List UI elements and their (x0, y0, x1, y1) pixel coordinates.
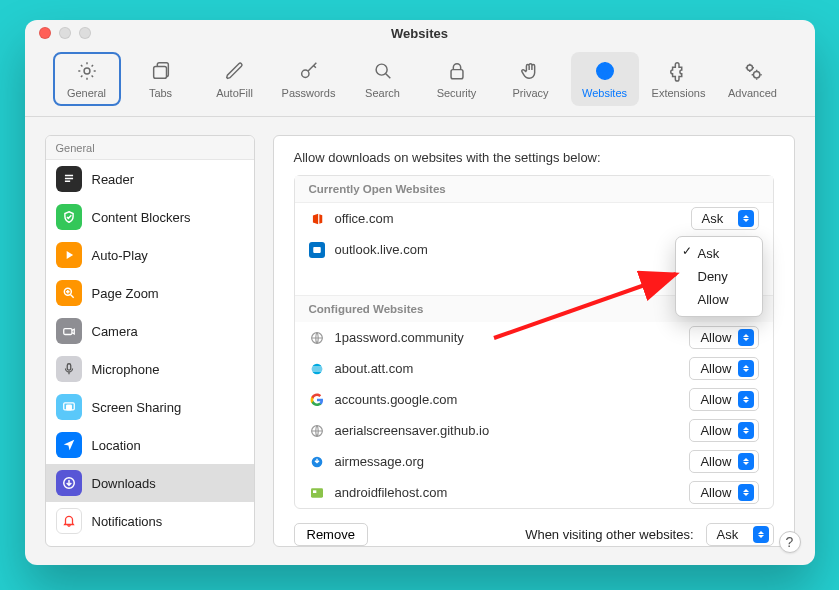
setting-select[interactable]: Allow (689, 357, 758, 380)
sidebar-item-label: Microphone (92, 362, 160, 377)
toolbar-passwords[interactable]: Passwords (275, 52, 343, 106)
setting-select[interactable]: Allow (689, 481, 758, 504)
website-row[interactable]: accounts.google.com Allow (295, 384, 773, 415)
website-domain: accounts.google.com (335, 392, 458, 407)
dropdown-option-allow[interactable]: Allow (676, 288, 762, 311)
toolbar-label: Search (365, 87, 400, 99)
chevrons-icon (738, 453, 754, 470)
sidebar-item-camera[interactable]: Camera (46, 312, 254, 350)
setting-select[interactable]: Allow (689, 326, 758, 349)
svg-rect-20 (313, 490, 316, 493)
preferences-window: Websites General Tabs AutoFill (25, 20, 815, 565)
website-row[interactable]: 1password.community Allow (295, 322, 773, 353)
svg-rect-12 (66, 405, 71, 410)
remove-button[interactable]: Remove (294, 523, 368, 546)
globe-icon (593, 59, 617, 83)
sidebar-item-notifications[interactable]: Notifications (46, 502, 254, 540)
toolbar-autofill[interactable]: AutoFill (201, 52, 269, 106)
toolbar-advanced[interactable]: Advanced (719, 52, 787, 106)
footer-label: When visiting other websites: (525, 527, 693, 542)
setting-value: Allow (700, 361, 731, 376)
afh-favicon-icon (309, 485, 325, 501)
toolbar-security[interactable]: Security (423, 52, 491, 106)
website-domain: androidfilehost.com (335, 485, 448, 500)
titlebar: Websites (25, 20, 815, 46)
toolbar-label: Extensions (652, 87, 706, 99)
chevrons-icon (738, 422, 754, 439)
chevrons-icon (738, 210, 754, 227)
window-title: Websites (25, 26, 815, 41)
setting-value: Allow (700, 330, 731, 345)
screen-sharing-icon (56, 394, 82, 420)
toolbar-label: Advanced (728, 87, 777, 99)
sidebar-item-microphone[interactable]: Microphone (46, 350, 254, 388)
setting-value: Allow (700, 454, 731, 469)
toolbar-websites[interactable]: Websites (571, 52, 639, 106)
sidebar-item-page-zoom[interactable]: Page Zoom (46, 274, 254, 312)
toolbar-label: AutoFill (216, 87, 253, 99)
airmessage-favicon-icon (309, 454, 325, 470)
footer-controls: Remove When visiting other websites: Ask (294, 523, 774, 546)
sidebar-item-label: Screen Sharing (92, 400, 182, 415)
toolbar-label: General (67, 87, 106, 99)
sidebar-item-screen-sharing[interactable]: Screen Sharing (46, 388, 254, 426)
search-icon (371, 59, 395, 83)
generic-favicon-icon (309, 330, 325, 346)
website-row[interactable]: office.com Ask (295, 203, 773, 234)
setting-select[interactable]: Ask (691, 207, 759, 230)
setting-value: Allow (700, 423, 731, 438)
sidebar-item-label: Auto-Play (92, 248, 148, 263)
setting-select[interactable]: Allow (689, 450, 758, 473)
svg-rect-9 (63, 329, 71, 335)
sidebar-item-label: Camera (92, 324, 138, 339)
pencil-icon (223, 59, 247, 83)
generic-favicon-icon (309, 423, 325, 439)
toolbar-general[interactable]: General (53, 52, 121, 106)
reader-icon (56, 166, 82, 192)
website-row[interactable]: airmessage.org Allow (295, 446, 773, 477)
main-heading: Allow downloads on websites with the set… (294, 150, 774, 165)
puzzle-icon (667, 59, 691, 83)
help-label: ? (786, 534, 794, 550)
toolbar-privacy[interactable]: Privacy (497, 52, 565, 106)
website-domain: about.att.com (335, 361, 414, 376)
toolbar-tabs[interactable]: Tabs (127, 52, 195, 106)
svg-rect-10 (67, 364, 71, 370)
dropdown-option-ask[interactable]: Ask (676, 242, 762, 265)
dropdown-option-deny[interactable]: Deny (676, 265, 762, 288)
bell-icon (56, 508, 82, 534)
sidebar-item-downloads[interactable]: Downloads (46, 464, 254, 502)
download-icon (56, 470, 82, 496)
gear-icon (75, 59, 99, 83)
sidebar-item-reader[interactable]: Reader (46, 160, 254, 198)
chevrons-icon (738, 360, 754, 377)
sidebar-item-label: Location (92, 438, 141, 453)
default-setting-select[interactable]: Ask (706, 523, 774, 546)
setting-select[interactable]: Allow (689, 419, 758, 442)
sidebar-item-auto-play[interactable]: Auto-Play (46, 236, 254, 274)
sidebar-item-label: Notifications (92, 514, 163, 529)
svg-point-7 (753, 71, 759, 77)
svg-point-3 (376, 64, 387, 75)
website-row[interactable]: about.att.com Allow (295, 353, 773, 384)
sidebar-item-content-blockers[interactable]: Content Blockers (46, 198, 254, 236)
chevrons-icon (753, 526, 769, 543)
toolbar-label: Websites (582, 87, 627, 99)
svg-rect-14 (313, 247, 321, 253)
setting-dropdown: Ask Deny Allow (675, 236, 763, 317)
shield-check-icon (56, 204, 82, 230)
open-websites-heading: Currently Open Websites (295, 176, 773, 203)
toolbar-search[interactable]: Search (349, 52, 417, 106)
setting-select[interactable]: Allow (689, 388, 758, 411)
help-button[interactable]: ? (779, 531, 801, 553)
toolbar-label: Privacy (512, 87, 548, 99)
setting-value: Ask (717, 527, 739, 542)
website-row[interactable]: aerialscreensaver.github.io Allow (295, 415, 773, 446)
toolbar-extensions[interactable]: Extensions (645, 52, 713, 106)
sidebar-item-location[interactable]: Location (46, 426, 254, 464)
gears-icon (741, 59, 765, 83)
svg-point-0 (84, 68, 90, 74)
svg-rect-4 (451, 70, 463, 79)
tabs-icon (149, 59, 173, 83)
website-row[interactable]: androidfilehost.com Allow (295, 477, 773, 508)
